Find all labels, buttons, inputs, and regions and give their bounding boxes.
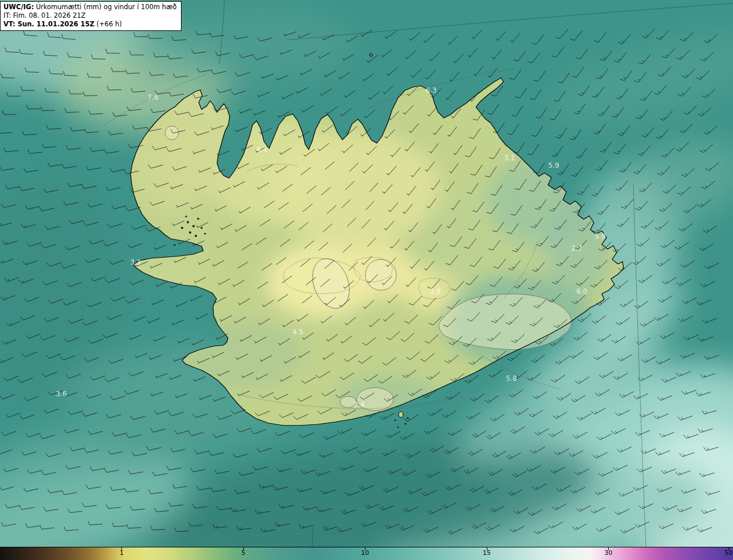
forecast-info-box: UWC/IG: Úrkomumætti (mm) og vindur í 100… xyxy=(0,1,182,31)
init-time: IT: Fim. 08. 01. 2026 21Z xyxy=(3,11,177,20)
weather-map: 7.66.34.43.15.95.92.73.13.96.04.55.83.62… xyxy=(0,0,733,547)
model-name: UWC/IG: xyxy=(3,3,34,11)
precip-value-label: 3.1 xyxy=(504,154,515,162)
precipitation-colorbar: 1510153050 xyxy=(0,547,733,560)
precip-value-label: 3.9 xyxy=(429,287,440,295)
valid-time-line: VT: Sun. 11.01.2026 15Z (+66 h) xyxy=(3,20,177,29)
colorbar-tick-label: 10 xyxy=(361,549,369,557)
colorbar-tick-label: 30 xyxy=(604,549,612,557)
precip-value-label: 4.5 xyxy=(292,328,303,336)
precip-value-label: 2.4 xyxy=(353,401,364,409)
colorbar-tick-label: 15 xyxy=(483,549,491,557)
precip-value-label: 5.9 xyxy=(594,232,605,240)
precip-value-label: 5.8 xyxy=(506,374,517,382)
precip-value-label: 3.1 xyxy=(130,258,141,266)
precip-value-label: 6.0 xyxy=(576,287,587,295)
map-title: Úrkomumætti (mm) og vindur í 100m hæð xyxy=(34,3,177,11)
precip-value-label: 7.6 xyxy=(147,93,158,101)
precip-value-label: 4.4 xyxy=(256,145,267,153)
colorbar-tick-label: 5 xyxy=(241,549,245,557)
valid-time: VT: Sun. 11.01.2026 15Z xyxy=(3,20,94,28)
map-title-line: UWC/IG: Úrkomumætti (mm) og vindur í 100… xyxy=(3,3,177,11)
colorbar-tick-label: 1 xyxy=(120,549,124,557)
colorbar-tick-label: 50 xyxy=(724,549,732,557)
precip-value-label: 5.9 xyxy=(548,161,559,169)
precip-value-label: 6.3 xyxy=(425,86,436,94)
precip-value-label: 3.6 xyxy=(56,390,66,398)
precip-value-label: 2.7 xyxy=(571,244,582,253)
valid-offset: (+66 h) xyxy=(94,20,122,28)
weather-map-page: 7.66.34.43.15.95.92.73.13.96.04.55.83.62… xyxy=(0,0,733,560)
